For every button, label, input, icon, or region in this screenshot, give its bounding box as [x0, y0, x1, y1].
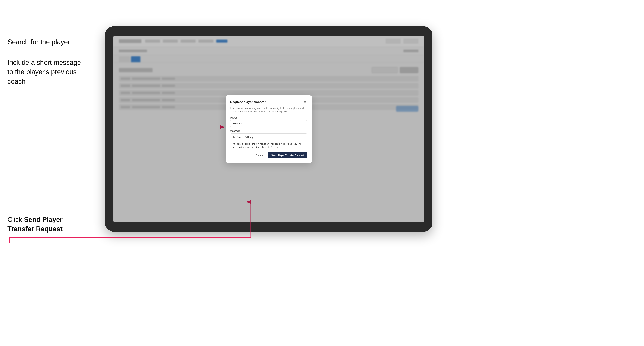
message-field-label: Message: [230, 130, 307, 132]
modal-title: Request player transfer: [230, 100, 266, 104]
annotation-click-text: Click Send PlayerTransfer Request: [8, 215, 94, 234]
cancel-button[interactable]: Cancel: [253, 152, 266, 158]
modal-footer: Cancel Send Player Transfer Request: [230, 152, 307, 158]
annotation-message-text: Include a short messageto the player's p…: [8, 58, 94, 86]
modal-header: Request player transfer ×: [230, 100, 307, 104]
modal-description: If the player is transferring from anoth…: [230, 107, 307, 113]
player-input[interactable]: [230, 120, 307, 127]
annotation-search-text: Search for the player.: [8, 37, 72, 47]
message-textarea[interactable]: Hi Coach McHarg, Please accept this tran…: [230, 134, 307, 149]
tablet-device: Request player transfer × If the player …: [105, 26, 432, 232]
request-transfer-modal: Request player transfer × If the player …: [226, 95, 312, 163]
send-transfer-request-button[interactable]: Send Player Transfer Request: [268, 152, 307, 158]
player-field-label: Player: [230, 116, 307, 119]
modal-overlay: Request player transfer × If the player …: [113, 35, 424, 222]
tablet-screen: Request player transfer × If the player …: [113, 35, 424, 222]
modal-close-button[interactable]: ×: [303, 100, 307, 104]
